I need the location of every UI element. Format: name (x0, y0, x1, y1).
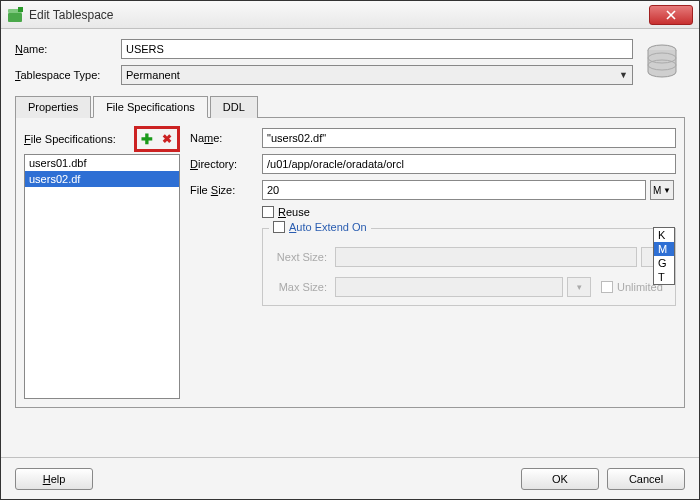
tab-strip: Properties File Specifications DDL (15, 95, 685, 118)
max-size-unit-select: ▾ (567, 277, 591, 297)
dialog-content: Name: Tablespace Type: Permanent ▼ Prope… (1, 29, 699, 457)
unit-option[interactable]: T (654, 270, 674, 284)
auto-extend-label: Auto Extend On (289, 221, 367, 233)
close-icon (666, 10, 676, 20)
svg-rect-2 (18, 7, 23, 12)
header-form: Name: Tablespace Type: Permanent ▼ (15, 39, 685, 85)
unit-option[interactable]: M (654, 242, 674, 256)
max-size-input (335, 277, 563, 297)
type-label: Tablespace Type: (15, 69, 115, 81)
tab-file-specifications[interactable]: File Specifications (93, 96, 208, 118)
tab-body: File Specifications: ✚ ✖ users01.dbf use… (15, 118, 685, 408)
file-spec-panel: File Specifications: ✚ ✖ users01.dbf use… (24, 126, 180, 399)
add-file-button[interactable]: ✚ (138, 130, 156, 148)
name-label: Name: (15, 43, 115, 55)
file-spec-label: File Specifications: (24, 133, 116, 145)
add-delete-toolbar: ✚ ✖ (134, 126, 180, 152)
chevron-down-icon: ▼ (619, 70, 628, 80)
help-button[interactable]: Help (15, 468, 93, 490)
unlimited-checkbox (601, 281, 613, 293)
file-size-unit-select[interactable]: M ▼ (650, 180, 674, 200)
file-list[interactable]: users01.dbf users02.df (24, 154, 180, 399)
dialog-footer: Help OK Cancel (1, 457, 699, 499)
next-size-input (335, 247, 637, 267)
title-bar: Edit Tablespace (1, 1, 699, 29)
chevron-down-icon: ▼ (663, 186, 671, 195)
window-title: Edit Tablespace (29, 8, 649, 22)
list-item[interactable]: users02.df (25, 171, 179, 187)
next-size-label: Next Size: (271, 251, 331, 263)
unit-option[interactable]: G (654, 256, 674, 270)
svg-rect-0 (8, 13, 22, 22)
file-name-label: Name: (190, 132, 258, 144)
reuse-label: Reuse (278, 206, 310, 218)
app-icon (7, 7, 23, 23)
file-size-label: File Size: (190, 184, 258, 196)
directory-label: Directory: (190, 158, 258, 170)
file-detail-form: Name: Directory: File Size: M ▼ Reuse (190, 126, 676, 399)
max-size-label: Max Size: (271, 281, 331, 293)
tab-properties[interactable]: Properties (15, 96, 91, 118)
reuse-checkbox[interactable] (262, 206, 274, 218)
directory-input[interactable] (262, 154, 676, 174)
tablespace-type-select[interactable]: Permanent ▼ (121, 65, 633, 85)
list-item[interactable]: users01.dbf (25, 155, 179, 171)
cancel-button[interactable]: Cancel (607, 468, 685, 490)
file-name-input[interactable] (262, 128, 676, 148)
delete-icon: ✖ (162, 132, 172, 146)
unit-option[interactable]: K (654, 228, 674, 242)
file-size-unit-value: M (653, 185, 661, 196)
file-size-input[interactable] (262, 180, 646, 200)
database-icon (644, 43, 680, 81)
close-button[interactable] (649, 5, 693, 25)
name-input[interactable] (121, 39, 633, 59)
unit-dropdown-list[interactable]: K M G T (653, 227, 675, 285)
auto-extend-group: Auto Extend On Next Size: Max Size: ▾ Un… (262, 228, 676, 306)
delete-file-button[interactable]: ✖ (158, 130, 176, 148)
auto-extend-checkbox[interactable] (273, 221, 285, 233)
tablespace-type-value: Permanent (126, 69, 180, 81)
plus-icon: ✚ (141, 131, 153, 147)
tab-ddl[interactable]: DDL (210, 96, 258, 118)
ok-button[interactable]: OK (521, 468, 599, 490)
